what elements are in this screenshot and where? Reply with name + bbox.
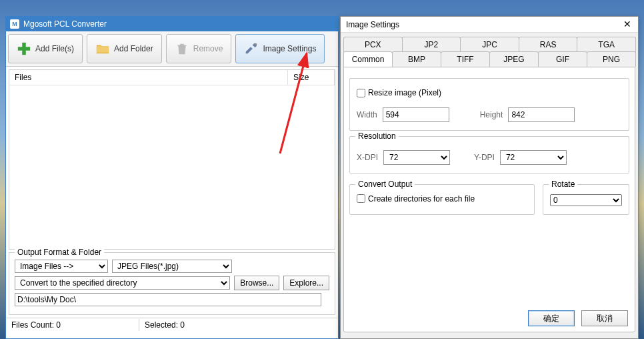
- tabs-row-2: Common BMP TIFF JPEG GIF PNG: [343, 51, 635, 67]
- xdpi-label: X-DPI: [357, 153, 378, 162]
- format-select[interactable]: Image Files -->: [15, 260, 108, 273]
- add-files-button[interactable]: Add File(s): [8, 34, 83, 63]
- dialog-titlebar[interactable]: Image Settings ✕: [341, 17, 638, 33]
- convert-output-group: Convert Output Create directories for ea…: [349, 184, 535, 215]
- convert-legend: Convert Output: [355, 180, 415, 189]
- dialog-title: Image Settings: [346, 20, 399, 29]
- explore-button[interactable]: Explore...: [283, 276, 329, 290]
- tab-png[interactable]: PNG: [587, 51, 636, 67]
- tab-jpc[interactable]: JPC: [460, 37, 519, 52]
- output-group: Output Format & Folder Image Files --> J…: [9, 252, 335, 315]
- ydpi-select[interactable]: 72: [500, 150, 567, 165]
- tab-bmp[interactable]: BMP: [392, 51, 441, 67]
- add-folder-button[interactable]: Add Folder: [87, 34, 162, 63]
- tab-tiff[interactable]: TIFF: [441, 51, 490, 67]
- resize-checkbox[interactable]: Resize image (Pixel): [357, 88, 441, 97]
- plus-icon: [17, 41, 31, 56]
- status-bar: Files Count: 0 Selected: 0: [6, 318, 338, 331]
- close-icon[interactable]: ✕: [621, 18, 634, 30]
- create-dirs-checkbox[interactable]: Create directories for each file: [357, 194, 475, 204]
- folder-icon: [95, 41, 110, 56]
- tab-jpeg[interactable]: JPEG: [489, 51, 539, 67]
- remove-button[interactable]: Remove: [166, 34, 232, 63]
- toolbar: Add File(s) Add Folder Remove Image Sett…: [6, 31, 338, 67]
- rotate-group: Rotate 0: [543, 184, 629, 215]
- resize-checkbox-input[interactable]: [357, 89, 365, 97]
- tools-icon: [244, 41, 259, 56]
- col-files[interactable]: Files: [9, 70, 288, 85]
- ok-button[interactable]: 确定: [528, 310, 575, 326]
- tab-pcx[interactable]: PCX: [343, 37, 403, 52]
- add-folder-label: Add Folder: [114, 44, 153, 53]
- tab-ras[interactable]: RAS: [519, 37, 578, 52]
- dialog-buttons: 确定 取消: [528, 310, 628, 326]
- svg-rect-1: [18, 47, 30, 51]
- create-dirs-input[interactable]: [357, 194, 365, 203]
- file-list[interactable]: Files Size: [9, 69, 335, 250]
- image-settings-button[interactable]: Image Settings: [235, 34, 325, 63]
- tabs-row-1: PCX JP2 JPC RAS TGA: [343, 37, 635, 52]
- browse-button[interactable]: Browse...: [234, 276, 279, 290]
- filetype-select[interactable]: JPEG Files(*.jpg): [112, 260, 232, 273]
- main-window: M Mgosoft PCL Converter Add File(s) Add …: [5, 16, 339, 339]
- remove-label: Remove: [193, 44, 223, 53]
- image-settings-dialog: Image Settings ✕ PCX JP2 JPC RAS TGA Com…: [340, 16, 639, 339]
- add-files-label: Add File(s): [35, 44, 74, 53]
- tab-panel-common: Resize image (Pixel) Width Height Resolu…: [343, 67, 635, 332]
- app-title: Mgosoft PCL Converter: [23, 19, 107, 29]
- width-input[interactable]: [383, 107, 449, 122]
- tab-tga[interactable]: TGA: [577, 37, 636, 52]
- tab-gif[interactable]: GIF: [538, 51, 587, 67]
- output-path-input[interactable]: [15, 293, 321, 306]
- status-selected: Selected: 0: [139, 319, 190, 331]
- col-size[interactable]: Size: [288, 70, 335, 85]
- rotate-legend: Rotate: [549, 180, 577, 189]
- list-header: Files Size: [9, 70, 335, 85]
- tab-jp2[interactable]: JP2: [402, 37, 461, 52]
- image-settings-label: Image Settings: [263, 44, 316, 53]
- width-label: Width: [357, 110, 377, 119]
- resolution-group: Resolution X-DPI 72 Y-DPI 72: [349, 136, 629, 174]
- svg-point-2: [255, 43, 257, 46]
- app-logo-icon: M: [10, 19, 19, 29]
- height-label: Height: [480, 110, 503, 119]
- resize-group: Resize image (Pixel) Width Height: [349, 78, 629, 131]
- dir-mode-select[interactable]: Convert to the specified directory: [15, 276, 230, 290]
- status-files-count: Files Count: 0: [6, 319, 139, 331]
- create-dirs-label: Create directories for each file: [368, 194, 475, 204]
- height-input[interactable]: [508, 107, 575, 122]
- main-titlebar[interactable]: M Mgosoft PCL Converter: [6, 17, 338, 31]
- ydpi-label: Y-DPI: [474, 153, 495, 162]
- trash-icon: [175, 41, 189, 56]
- resolution-legend: Resolution: [355, 131, 399, 141]
- tab-common[interactable]: Common: [343, 51, 393, 67]
- output-legend: Output Format & Folder: [15, 248, 104, 257]
- rotate-select[interactable]: 0: [550, 194, 622, 206]
- resize-label: Resize image (Pixel): [368, 88, 441, 97]
- xdpi-select[interactable]: 72: [383, 150, 450, 165]
- cancel-button[interactable]: 取消: [581, 310, 628, 326]
